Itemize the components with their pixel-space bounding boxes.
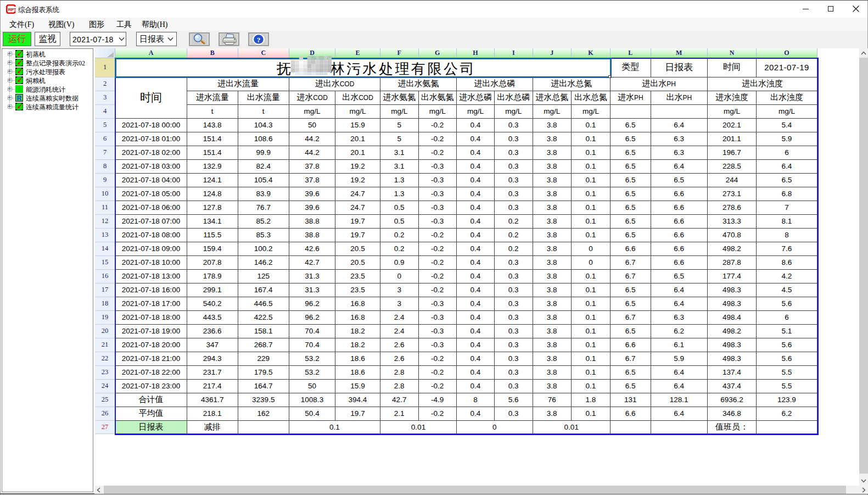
svg-text:RPT: RPT [8,7,16,12]
svg-text:R: R [17,94,22,102]
svg-text:?: ? [257,36,261,44]
